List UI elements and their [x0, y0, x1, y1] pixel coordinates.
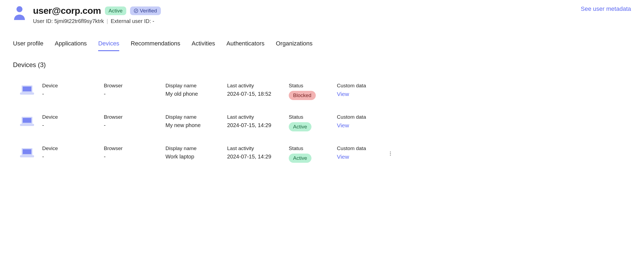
custom-data-label: Custom data: [337, 83, 386, 89]
user-email: user@corp.com: [33, 5, 101, 16]
user-ids-row: User ID: 5jmi9t22tr6fl9sy7ktrk | Externa…: [33, 18, 161, 24]
header-left: user@corp.com Active Verified User ID: 5…: [13, 5, 161, 24]
browser-cell: Browser-: [104, 114, 163, 128]
display-name-cell: Display nameMy new phone: [165, 114, 225, 128]
browser-cell-label: Browser: [104, 145, 163, 151]
display-name-cell: Display nameMy old phone: [165, 83, 225, 97]
custom-data-label: Custom data: [337, 145, 386, 151]
svg-rect-6: [23, 118, 31, 123]
status-cell: StatusBlocked: [289, 83, 335, 100]
device-cell: Device-: [42, 145, 102, 160]
last-activity-cell: Last activity2024-07-15, 18:52: [227, 83, 287, 97]
svg-rect-3: [23, 87, 31, 91]
device-list: Device-Browser-Display nameMy old phoneL…: [13, 76, 631, 170]
laptop-icon: [19, 84, 35, 95]
device-cell-label: Device: [42, 83, 102, 89]
device-row: Device-Browser-Display nameMy old phoneL…: [13, 76, 631, 107]
separator: |: [107, 18, 108, 24]
status-badge: Active: [289, 154, 311, 163]
last-activity-cell: Last activity2024-07-15, 14:29: [227, 145, 287, 160]
device-cell-value: -: [42, 122, 102, 128]
svg-point-11: [390, 151, 391, 152]
tabs: User profileApplicationsDevicesRecommend…: [13, 38, 631, 51]
view-link[interactable]: View: [337, 154, 386, 160]
user-id-text: User ID: 5jmi9t22tr6fl9sy7ktrk: [33, 18, 104, 24]
status-label: Status: [289, 114, 335, 120]
status-badge-active: Active: [105, 6, 127, 15]
device-cell-label: Device: [42, 114, 102, 120]
status-cell: StatusActive: [289, 114, 335, 131]
status-badge: Active: [289, 122, 311, 131]
last-activity-cell-label: Last activity: [227, 83, 287, 89]
display-name-cell-label: Display name: [165, 145, 225, 151]
external-id-text: External user ID: -: [111, 18, 154, 24]
last-activity-cell-label: Last activity: [227, 114, 287, 120]
view-link[interactable]: View: [337, 91, 386, 97]
browser-cell: Browser-: [104, 83, 163, 97]
verified-label: Verified: [140, 8, 157, 14]
avatar-icon: [13, 5, 26, 21]
last-activity-cell-value: 2024-07-15, 14:29: [227, 154, 287, 160]
display-name-cell-value: My old phone: [165, 91, 225, 97]
custom-data-cell: Custom dataView: [337, 145, 386, 160]
last-activity-cell-label: Last activity: [227, 145, 287, 151]
svg-rect-10: [20, 155, 34, 157]
svg-point-12: [390, 153, 391, 154]
laptop-icon: [19, 116, 35, 127]
device-row: Device-Browser-Display nameMy new phoneL…: [13, 107, 631, 138]
browser-cell-label: Browser: [104, 114, 163, 120]
device-row: Device-Browser-Display nameWork laptopLa…: [13, 138, 631, 170]
svg-point-13: [390, 155, 391, 156]
status-label: Status: [289, 83, 335, 89]
browser-cell-value: -: [104, 91, 163, 97]
status-label: Status: [289, 145, 335, 151]
device-cell-value: -: [42, 154, 102, 160]
more-vertical-icon: [388, 151, 393, 156]
tab-user-profile[interactable]: User profile: [13, 38, 43, 51]
tab-recommendations[interactable]: Recommendations: [131, 38, 180, 51]
display-name-cell: Display nameWork laptop: [165, 145, 225, 160]
laptop-icon: [19, 147, 35, 158]
view-link[interactable]: View: [337, 122, 386, 129]
browser-cell-value: -: [104, 154, 163, 160]
custom-data-label: Custom data: [337, 114, 386, 120]
device-cell: Device-: [42, 83, 102, 97]
svg-rect-9: [23, 149, 31, 154]
device-cell-value: -: [42, 91, 102, 97]
display-name-cell-label: Display name: [165, 114, 225, 120]
custom-data-cell: Custom dataView: [337, 83, 386, 97]
display-name-cell-label: Display name: [165, 83, 225, 89]
custom-data-cell: Custom dataView: [337, 114, 386, 129]
last-activity-cell: Last activity2024-07-15, 14:29: [227, 114, 287, 128]
tab-organizations[interactable]: Organizations: [276, 38, 313, 51]
svg-point-0: [16, 6, 22, 12]
see-user-metadata-link[interactable]: See user metadata: [581, 5, 631, 12]
check-circle-icon: [134, 9, 138, 13]
tab-authenticators[interactable]: Authenticators: [227, 38, 265, 51]
display-name-cell-value: My new phone: [165, 122, 225, 128]
browser-cell-value: -: [104, 122, 163, 128]
last-activity-cell-value: 2024-07-15, 14:29: [227, 122, 287, 128]
section-title: Devices (3): [13, 61, 631, 69]
svg-rect-4: [20, 92, 34, 95]
tab-applications[interactable]: Applications: [55, 38, 87, 51]
display-name-cell-value: Work laptop: [165, 154, 225, 160]
more-actions-button[interactable]: [388, 151, 399, 158]
tab-devices[interactable]: Devices: [98, 38, 119, 51]
svg-rect-7: [20, 124, 34, 126]
user-header: user@corp.com Active Verified User ID: 5…: [13, 5, 631, 24]
device-cell-label: Device: [42, 145, 102, 151]
device-cell: Device-: [42, 114, 102, 128]
browser-cell-label: Browser: [104, 83, 163, 89]
browser-cell: Browser-: [104, 145, 163, 160]
status-badge-verified: Verified: [130, 6, 161, 15]
status-badge: Blocked: [289, 91, 316, 100]
tab-activities[interactable]: Activities: [192, 38, 215, 51]
status-cell: StatusActive: [289, 145, 335, 163]
last-activity-cell-value: 2024-07-15, 18:52: [227, 91, 287, 97]
